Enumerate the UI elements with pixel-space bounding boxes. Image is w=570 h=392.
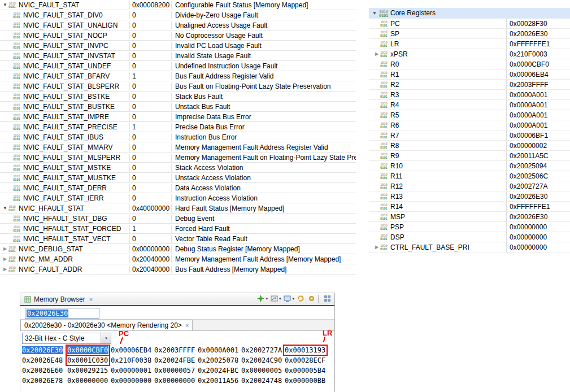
fault-register-row[interactable]: 10100101NVIC_FAULT_STAT_MMARV0Memory Man… xyxy=(0,142,356,153)
core-register-row[interactable]: 10100101LR0xFFFFFFE1 xyxy=(369,39,570,49)
fault-register-row[interactable]: 10100101NVIC_FAULT_STAT_UNALIGN0Unaligne… xyxy=(0,20,356,31)
chevron-collapsed-icon[interactable]: ▶ xyxy=(373,245,380,250)
dropdown-arrow-icon[interactable]: ▾ xyxy=(266,297,268,301)
memory-address-cell[interactable]: 0x20026E78 xyxy=(22,377,63,385)
fault-register-row[interactable]: ▶10100101NVIC_MM_ADDR0x20040000Memory Ma… xyxy=(0,254,356,264)
memory-value-cell[interactable]: 0x20025078 xyxy=(198,356,239,364)
memory-rendering-tab[interactable]: 0x20026e30 - 0x20026e30 <Memory Renderin… xyxy=(20,320,193,330)
dropdown-arrow-icon[interactable]: ▾ xyxy=(292,297,294,301)
memory-value-cell[interactable]: 0x20024FBE xyxy=(154,356,195,364)
dropdown-arrow-icon[interactable]: ▾ xyxy=(279,297,281,301)
memory-value-cell[interactable]: 0x0000CBF0 xyxy=(67,346,108,354)
close-icon[interactable]: × xyxy=(185,322,189,329)
core-register-row[interactable]: 10100101R50x0000A001 xyxy=(369,110,570,120)
memory-address-cell[interactable]: 0x20026E60 xyxy=(22,367,63,374)
fault-register-row[interactable]: ▶10100101NVIC_FAULT_ADDR0x20040000Bus Fa… xyxy=(0,264,356,275)
chevron-collapsed-icon[interactable]: ▶ xyxy=(2,256,8,262)
memory-value-cell[interactable]: 0x210F0038 xyxy=(111,356,152,364)
format-dropdown[interactable]: 32-Bit Hex - C Style ▾ xyxy=(22,333,111,344)
fault-register-row[interactable]: 10100101NVIC_FAULT_STAT_IMPRE0Imprecise … xyxy=(0,112,356,122)
core-register-row[interactable]: 10100101R130x20026E30 xyxy=(369,191,570,202)
memory-value-cell[interactable]: 0x000000BB xyxy=(285,377,326,385)
chevron-down-icon[interactable]: ▼ xyxy=(371,11,378,16)
fault-register-row[interactable]: 10100101NVIC_FAULT_STAT_BUSTKE0Unstack B… xyxy=(0,102,356,112)
fault-register-row[interactable]: 10100101NVIC_FAULT_STAT_BLSPERR0Bus Faul… xyxy=(0,81,356,92)
memory-value-cell[interactable]: 0x20024FBC xyxy=(198,367,239,374)
fault-register-row[interactable]: ▶10100101NVIC_DEBUG_STAT0x00000000Debug … xyxy=(0,244,356,254)
core-register-row[interactable]: 10100101R80x00000002 xyxy=(369,141,570,151)
core-register-row[interactable]: 10100101R60x0000A001 xyxy=(369,120,570,130)
fault-register-row[interactable]: 10100101NVIC_HFAULT_STAT_VECT0Vector Tab… xyxy=(0,234,356,244)
chevron-expanded-icon[interactable]: ▼ xyxy=(2,2,8,7)
memory-value-cell[interactable]: 0x2002727A xyxy=(241,346,282,354)
core-register-row[interactable]: 10100101R00x0000CBF0 xyxy=(369,59,570,69)
core-register-row[interactable]: 10100101R10x00006EB4 xyxy=(369,69,570,80)
chevron-collapsed-icon[interactable]: ▶ xyxy=(2,246,8,251)
fault-register-row[interactable]: 10100101NVIC_FAULT_STAT_BSTKE0Stack Bus … xyxy=(0,92,356,102)
fault-register-row[interactable]: 10100101NVIC_FAULT_STAT_IBUS0Instruction… xyxy=(0,132,356,142)
fault-register-row[interactable]: 10100101NVIC_FAULT_STAT_IERR0Instruction… xyxy=(0,193,356,203)
core-register-row[interactable]: 10100101R20x2003FFFF xyxy=(369,80,570,90)
fault-register-row[interactable]: 10100101NVIC_FAULT_STAT_MLSPERR0Memory M… xyxy=(0,153,356,163)
core-register-row[interactable]: 10100101R120x2002727A xyxy=(369,181,570,191)
address-input[interactable]: 0x20026E30 xyxy=(25,308,99,319)
fault-register-row[interactable]: 10100101NVIC_FAULT_STAT_INVPC0Invalid PC… xyxy=(0,41,356,51)
fault-register-row[interactable]: 10100101NVIC_FAULT_STAT_DERR0Data Access… xyxy=(0,183,356,193)
refresh-icon[interactable] xyxy=(297,294,305,303)
memory-value-cell[interactable]: 0x20011A56 xyxy=(198,377,239,385)
memory-value-cell[interactable]: 0x00028ECF xyxy=(285,356,326,364)
memory-value-cell[interactable]: 0x00006EB4 xyxy=(111,346,152,354)
core-register-row[interactable]: 10100101MSP0x20026E30 xyxy=(369,212,570,222)
fault-register-row[interactable]: ▼10100101NVIC_FAULT_STAT0x00008200Config… xyxy=(0,0,356,10)
memory-browser-view-tab[interactable]: Memory Browser × xyxy=(20,293,96,305)
core-register-row[interactable]: 10100101SP0x20026E30 xyxy=(369,29,570,39)
fault-register-row[interactable]: 10100101NVIC_HFAULT_STAT_DBG0Debug Event xyxy=(0,214,356,224)
memory-value-cell[interactable]: 0x2003FFFF xyxy=(154,346,195,354)
memory-address-cell[interactable]: 0x20026E48 xyxy=(22,356,63,364)
core-register-row[interactable]: 10100101R110x2002506C xyxy=(369,171,570,181)
core-register-row[interactable]: 10100101PC0x00028F30 xyxy=(369,19,570,29)
view-layout-icon[interactable] xyxy=(323,294,332,303)
memory-value-cell[interactable]: 0x0001C030 xyxy=(67,356,108,364)
fault-register-row[interactable]: 10100101NVIC_FAULT_STAT_UNDEF0Undefined … xyxy=(0,61,356,71)
memory-value-cell[interactable]: 0x00000005 xyxy=(241,367,282,374)
memory-value-cell[interactable]: 0x00000001 xyxy=(111,367,152,374)
fault-register-row[interactable]: 10100101NVIC_FAULT_STAT_BFARV1Bus Fault … xyxy=(0,71,356,81)
core-register-row[interactable]: ▶10100101xPSR0x210F0003 xyxy=(369,49,570,59)
chevron-collapsed-icon[interactable]: ▶ xyxy=(373,51,380,56)
core-registers-group-row[interactable]: ▼ 10100101 Core Registers xyxy=(369,8,570,19)
fault-register-row[interactable]: 10100101NVIC_FAULT_STAT_NOCP0No Coproces… xyxy=(0,31,356,41)
fault-register-row[interactable]: 10100101NVIC_FAULT_STAT_DIV00Divide-by-Z… xyxy=(0,10,356,20)
close-icon[interactable]: × xyxy=(89,296,93,303)
memory-value-cell[interactable]: 0x00000000 xyxy=(111,377,152,385)
fault-register-row[interactable]: ▼10100101NVIC_HFAULT_STAT0x40000000Hard … xyxy=(0,203,356,214)
load-memory-icon[interactable]: ▾ xyxy=(283,294,294,303)
export-memory-icon[interactable]: ▾ xyxy=(270,294,281,303)
combo-button[interactable]: ▾ xyxy=(101,333,111,343)
chevron-collapsed-icon[interactable]: ▶ xyxy=(2,267,8,272)
core-register-row[interactable]: 10100101R70x00006BF1 xyxy=(369,130,570,141)
chevron-expanded-icon[interactable]: ▼ xyxy=(2,206,8,211)
core-register-row[interactable]: ▶10100101CTRL_FAULT_BASE_PRI0x00000000 xyxy=(369,242,570,252)
memory-value-cell[interactable]: 0x00000057 xyxy=(154,367,195,374)
new-rendering-icon[interactable]: ▾ xyxy=(256,294,268,303)
memory-value-cell[interactable]: 0x00013193 xyxy=(285,346,326,354)
core-register-row[interactable]: 10100101PSP0x00000000 xyxy=(369,222,570,232)
memory-value-cell[interactable]: 0x00029215 xyxy=(67,367,108,374)
memory-value-cell[interactable]: 0x20024748 xyxy=(241,377,282,385)
fault-register-row[interactable]: 10100101NVIC_FAULT_STAT_MUSTKE0Unstack A… xyxy=(0,173,356,183)
core-register-row[interactable]: 10100101R40x0000A001 xyxy=(369,100,570,110)
memory-value-cell[interactable]: 0x00000000 xyxy=(67,377,108,385)
core-register-row[interactable]: 10100101R140xFFFFFFE1 xyxy=(369,202,570,212)
memory-value-cell[interactable]: 0x000005B4 xyxy=(285,367,326,374)
fault-register-row[interactable]: 10100101NVIC_FAULT_STAT_PRECISE1Precise … xyxy=(0,122,356,132)
core-register-row[interactable]: 10100101R30x0000A001 xyxy=(369,90,570,100)
fault-register-row[interactable]: 10100101NVIC_FAULT_STAT_INVSTAT0Invalid … xyxy=(0,51,356,61)
fault-register-row[interactable]: 10100101NVIC_FAULT_STAT_MSTKE0Stack Acce… xyxy=(0,163,356,173)
core-register-row[interactable]: 10100101DSP0x00000000 xyxy=(369,232,570,242)
core-register-row[interactable]: 10100101R100x20025094 xyxy=(369,161,570,171)
fault-register-row[interactable]: 10100101NVIC_HFAULT_STAT_FORCED1Forced H… xyxy=(0,224,356,234)
memory-address-cell[interactable]: 0x20026E30 xyxy=(22,346,63,354)
settings-icon[interactable] xyxy=(307,294,316,303)
memory-value-cell[interactable]: 0x00000000 xyxy=(154,377,195,385)
